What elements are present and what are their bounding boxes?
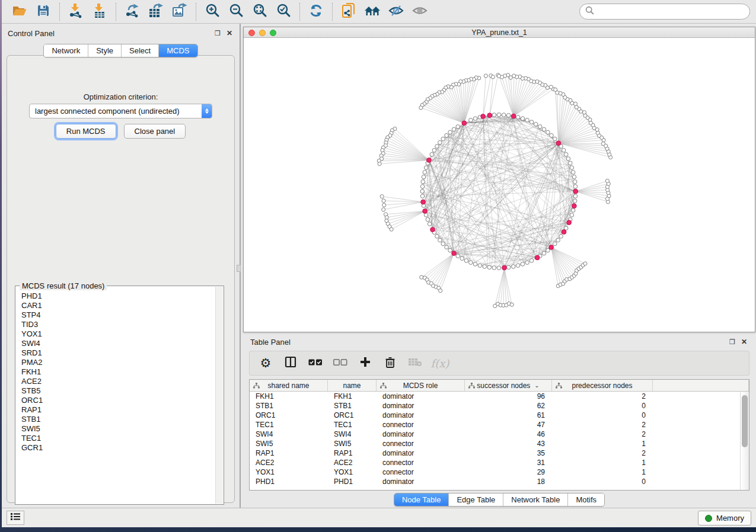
table-row[interactable]: SWI5SWI5connector431	[250, 439, 740, 448]
table-row[interactable]: SWI4SWI4dominator462	[250, 430, 740, 439]
table-cell: SWI4	[328, 430, 377, 439]
table-row[interactable]: TEC1TEC1connector472	[250, 420, 740, 430]
mcds-result-item[interactable]: ACE2	[21, 377, 215, 386]
table-row[interactable]: YOX1YOX1connector291	[250, 467, 740, 477]
optimization-criterion-select[interactable]: largest connected component (undirected)	[29, 104, 212, 118]
tab-network[interactable]: Network	[44, 44, 88, 57]
search-box[interactable]	[579, 4, 750, 20]
table-cell: STB1	[328, 401, 377, 411]
control-panel: Control Panel ❒ ✕ NetworkStyleSelectMCDS…	[2, 24, 241, 508]
export-table-icon	[148, 3, 164, 21]
zoom-selected-button[interactable]	[272, 2, 295, 21]
search-input[interactable]	[598, 7, 744, 16]
table-row[interactable]: FKH1FKH1dominator962	[250, 392, 740, 401]
export-table-button[interactable]	[144, 2, 168, 21]
main-area: Control Panel ❒ ✕ NetworkStyleSelectMCDS…	[2, 24, 756, 508]
column-header-shared-name[interactable]: shared name	[250, 380, 328, 391]
column-header-successor-nodes[interactable]: successor nodes⌄	[465, 380, 552, 391]
zoom-in-button[interactable]	[200, 2, 224, 21]
mcds-result-item[interactable]: SWI5	[21, 424, 215, 434]
open-file-button[interactable]	[8, 2, 31, 21]
status-bar: Memory	[2, 508, 756, 527]
mcds-result-item[interactable]: STB5	[21, 386, 215, 396]
mcds-result-item[interactable]: STP4	[21, 310, 215, 320]
table-cell: connector	[377, 458, 465, 467]
table-row[interactable]: RAP1RAP1dominator352	[250, 448, 740, 458]
mcds-result-item[interactable]: SWI4	[21, 339, 215, 348]
trash-icon	[385, 356, 395, 371]
column-header-MCDS-role[interactable]: MCDS role	[377, 380, 465, 391]
delete-row-button[interactable]	[380, 354, 400, 373]
deselect-all-button[interactable]	[330, 354, 350, 373]
panel-splitter-handle[interactable]	[237, 265, 241, 272]
column-layout-button[interactable]	[280, 354, 301, 373]
hide-glass-button[interactable]	[384, 2, 408, 21]
table-cell: PHD1	[250, 477, 328, 486]
column-header-name[interactable]: name	[328, 380, 377, 391]
memory-button[interactable]: Memory	[698, 511, 751, 525]
select-all-button[interactable]	[305, 354, 326, 373]
table-scrollbar-thumb[interactable]	[742, 395, 748, 447]
export-image-button[interactable]	[168, 2, 192, 21]
table-cell	[653, 458, 740, 467]
table-cell	[653, 401, 740, 411]
save-session-button[interactable]	[31, 2, 55, 21]
open-folder-icon	[12, 4, 27, 20]
tab-motifs[interactable]: Motifs	[568, 493, 604, 506]
mcds-result-item[interactable]: RAP1	[21, 405, 215, 415]
close-panel-button[interactable]: Close panel	[124, 124, 186, 139]
eye-slash-icon	[388, 4, 404, 20]
table-cell: dominator	[377, 411, 465, 420]
tab-mcds[interactable]: MCDS	[159, 44, 197, 57]
table-cell	[653, 392, 740, 401]
table-scrollbar[interactable]	[740, 392, 749, 490]
table-row[interactable]: ORC1ORC1dominator610	[250, 411, 740, 420]
table-cell: SWI5	[250, 439, 328, 448]
table-header-row: shared namenameMCDS rolesuccessor nodes⌄…	[250, 380, 749, 392]
tab-style[interactable]: Style	[88, 44, 122, 57]
mcds-result-item[interactable]: STB1	[21, 415, 215, 424]
tab-network-table[interactable]: Network Table	[503, 493, 568, 506]
run-mcds-button[interactable]: Run MCDS	[56, 124, 116, 139]
tab-node-table[interactable]: Node Table	[394, 493, 449, 506]
mcds-result-item[interactable]: CAR1	[21, 301, 215, 310]
tab-select[interactable]: Select	[122, 44, 159, 57]
import-network-button[interactable]	[64, 2, 88, 21]
mcds-result-item[interactable]: TEC1	[21, 434, 215, 443]
mcds-result-item[interactable]: PMA2	[21, 358, 215, 367]
table-row[interactable]: STB1STB1dominator620	[250, 401, 740, 411]
home-networks-button[interactable]	[361, 2, 384, 21]
table-cell: 31	[465, 458, 552, 467]
float-table-panel-icon[interactable]: ❒	[729, 338, 735, 346]
mcds-result-item[interactable]: PHD1	[21, 291, 215, 301]
mcds-result-item[interactable]: GCR1	[21, 443, 215, 453]
zoom-fit-button[interactable]	[248, 2, 272, 21]
zoom-out-button[interactable]	[224, 2, 248, 21]
mcds-result-item[interactable]: FKH1	[21, 367, 215, 377]
float-panel-icon[interactable]: ❒	[215, 29, 221, 37]
show-panels-button[interactable]	[7, 511, 24, 525]
export-network-button[interactable]	[120, 2, 144, 21]
table-settings-button[interactable]: ⚙	[256, 354, 276, 373]
refresh-button[interactable]	[304, 2, 328, 21]
column-header-predecessor-nodes[interactable]: predecessor nodes	[552, 380, 653, 391]
network-graph[interactable]	[244, 39, 755, 332]
mcds-result-item[interactable]: YOX1	[21, 329, 215, 339]
duplicate-network-button[interactable]	[337, 2, 361, 21]
mcds-result-item[interactable]: TID3	[21, 320, 215, 329]
mcds-result-item[interactable]: ORC1	[21, 396, 215, 405]
houses-icon	[363, 4, 381, 20]
close-table-panel-icon[interactable]: ✕	[741, 338, 747, 346]
tab-edge-table[interactable]: Edge Table	[449, 493, 503, 506]
table-row[interactable]: ACE2ACE2connector311	[250, 458, 740, 467]
mcds-result-item[interactable]: SRD1	[21, 348, 215, 358]
mcds-panel-body: Optimization criterion: largest connecte…	[7, 55, 235, 503]
mcds-list-scrollbar[interactable]	[215, 287, 223, 504]
add-row-button[interactable]	[355, 354, 375, 373]
table-cell: ACE2	[328, 458, 377, 467]
table-row[interactable]: PHD1PHD1dominator180	[250, 477, 740, 486]
table-cell: 35	[465, 448, 552, 458]
import-table-button[interactable]	[88, 2, 111, 21]
table-cell: 96	[465, 392, 552, 401]
close-panel-icon[interactable]: ✕	[227, 29, 232, 37]
